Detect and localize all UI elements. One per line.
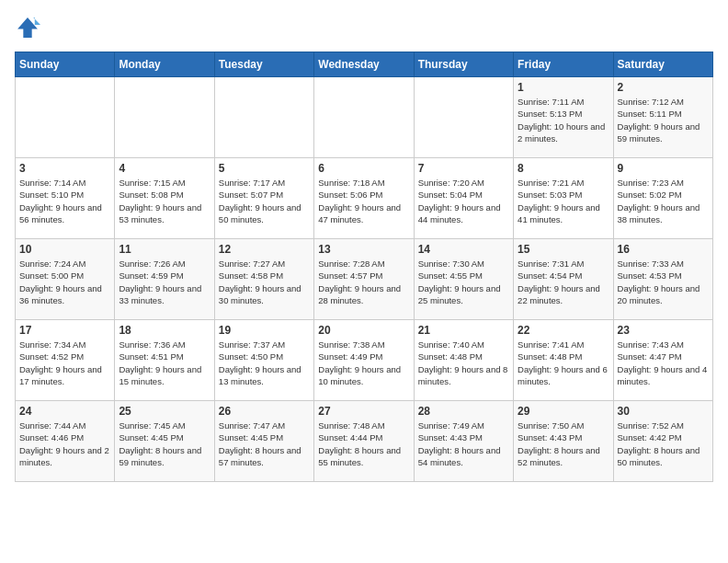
day-info: Sunrise: 7:11 AM Sunset: 5:13 PM Dayligh… bbox=[518, 96, 609, 144]
weekday-header: Monday bbox=[115, 52, 214, 77]
day-info: Sunrise: 7:37 AM Sunset: 4:50 PM Dayligh… bbox=[219, 339, 310, 387]
calendar-cell: 9Sunrise: 7:23 AM Sunset: 5:02 PM Daylig… bbox=[613, 158, 712, 239]
calendar-cell: 17Sunrise: 7:34 AM Sunset: 4:52 PM Dayli… bbox=[16, 320, 115, 401]
day-info: Sunrise: 7:15 AM Sunset: 5:08 PM Dayligh… bbox=[119, 177, 210, 225]
weekday-header: Sunday bbox=[16, 52, 115, 77]
day-number: 2 bbox=[618, 81, 709, 94]
day-info: Sunrise: 7:38 AM Sunset: 4:49 PM Dayligh… bbox=[318, 339, 409, 387]
day-number: 28 bbox=[418, 405, 509, 418]
weekday-header: Friday bbox=[514, 52, 613, 77]
day-number: 14 bbox=[418, 243, 509, 256]
day-info: Sunrise: 7:31 AM Sunset: 4:54 PM Dayligh… bbox=[518, 258, 609, 306]
day-info: Sunrise: 7:43 AM Sunset: 4:47 PM Dayligh… bbox=[618, 339, 709, 387]
calendar-cell: 1Sunrise: 7:11 AM Sunset: 5:13 PM Daylig… bbox=[514, 77, 613, 158]
day-number: 17 bbox=[19, 324, 110, 337]
day-info: Sunrise: 7:17 AM Sunset: 5:07 PM Dayligh… bbox=[219, 177, 310, 225]
calendar-cell: 13Sunrise: 7:28 AM Sunset: 4:57 PM Dayli… bbox=[314, 239, 414, 320]
day-number: 25 bbox=[119, 405, 210, 418]
weekday-header: Saturday bbox=[613, 52, 712, 77]
day-number: 26 bbox=[219, 405, 310, 418]
day-info: Sunrise: 7:34 AM Sunset: 4:52 PM Dayligh… bbox=[19, 339, 110, 387]
day-number: 3 bbox=[19, 162, 110, 175]
calendar-cell: 12Sunrise: 7:27 AM Sunset: 4:58 PM Dayli… bbox=[214, 239, 313, 320]
day-number: 19 bbox=[219, 324, 310, 337]
calendar-cell: 19Sunrise: 7:37 AM Sunset: 4:50 PM Dayli… bbox=[214, 320, 313, 401]
day-info: Sunrise: 7:12 AM Sunset: 5:11 PM Dayligh… bbox=[618, 96, 709, 144]
svg-marker-1 bbox=[33, 17, 40, 25]
day-number: 24 bbox=[19, 405, 110, 418]
calendar-cell: 16Sunrise: 7:33 AM Sunset: 4:53 PM Dayli… bbox=[613, 239, 712, 320]
day-number: 21 bbox=[418, 324, 509, 337]
day-info: Sunrise: 7:28 AM Sunset: 4:57 PM Dayligh… bbox=[318, 258, 409, 306]
calendar-cell: 22Sunrise: 7:41 AM Sunset: 4:48 PM Dayli… bbox=[514, 320, 613, 401]
weekday-header: Thursday bbox=[414, 52, 513, 77]
day-info: Sunrise: 7:44 AM Sunset: 4:46 PM Dayligh… bbox=[19, 419, 110, 468]
logo bbox=[15, 15, 44, 40]
calendar-cell bbox=[115, 77, 214, 158]
day-info: Sunrise: 7:47 AM Sunset: 4:45 PM Dayligh… bbox=[219, 419, 310, 468]
day-number: 9 bbox=[618, 162, 709, 175]
day-number: 7 bbox=[418, 162, 509, 175]
calendar-cell: 21Sunrise: 7:40 AM Sunset: 4:48 PM Dayli… bbox=[414, 320, 513, 401]
calendar-cell: 18Sunrise: 7:36 AM Sunset: 4:51 PM Dayli… bbox=[115, 320, 214, 401]
calendar-cell bbox=[16, 77, 115, 158]
day-info: Sunrise: 7:50 AM Sunset: 4:43 PM Dayligh… bbox=[518, 419, 609, 468]
calendar-cell bbox=[314, 77, 414, 158]
day-info: Sunrise: 7:41 AM Sunset: 4:48 PM Dayligh… bbox=[518, 339, 609, 387]
page-header bbox=[15, 15, 713, 40]
day-number: 11 bbox=[119, 243, 210, 256]
calendar-cell: 30Sunrise: 7:52 AM Sunset: 4:42 PM Dayli… bbox=[613, 401, 712, 482]
day-info: Sunrise: 7:52 AM Sunset: 4:42 PM Dayligh… bbox=[618, 419, 709, 468]
svg-marker-0 bbox=[17, 17, 38, 38]
logo-icon bbox=[15, 15, 40, 40]
calendar-week-row: 1Sunrise: 7:11 AM Sunset: 5:13 PM Daylig… bbox=[16, 77, 713, 158]
calendar-cell: 20Sunrise: 7:38 AM Sunset: 4:49 PM Dayli… bbox=[314, 320, 414, 401]
calendar-cell: 24Sunrise: 7:44 AM Sunset: 4:46 PM Dayli… bbox=[16, 401, 115, 482]
day-number: 12 bbox=[219, 243, 310, 256]
calendar-table: SundayMondayTuesdayWednesdayThursdayFrid… bbox=[15, 52, 713, 482]
day-info: Sunrise: 7:36 AM Sunset: 4:51 PM Dayligh… bbox=[119, 339, 210, 387]
day-number: 18 bbox=[119, 324, 210, 337]
calendar-cell: 4Sunrise: 7:15 AM Sunset: 5:08 PM Daylig… bbox=[115, 158, 214, 239]
day-info: Sunrise: 7:20 AM Sunset: 5:04 PM Dayligh… bbox=[418, 177, 509, 225]
calendar-cell: 15Sunrise: 7:31 AM Sunset: 4:54 PM Dayli… bbox=[514, 239, 613, 320]
day-info: Sunrise: 7:26 AM Sunset: 4:59 PM Dayligh… bbox=[119, 258, 210, 306]
calendar-cell: 29Sunrise: 7:50 AM Sunset: 4:43 PM Dayli… bbox=[514, 401, 613, 482]
calendar-week-row: 24Sunrise: 7:44 AM Sunset: 4:46 PM Dayli… bbox=[16, 401, 713, 482]
day-info: Sunrise: 7:14 AM Sunset: 5:10 PM Dayligh… bbox=[19, 177, 110, 225]
day-number: 27 bbox=[318, 405, 409, 418]
calendar-cell bbox=[414, 77, 513, 158]
day-number: 20 bbox=[318, 324, 409, 337]
calendar-header-row: SundayMondayTuesdayWednesdayThursdayFrid… bbox=[16, 52, 713, 77]
calendar-week-row: 3Sunrise: 7:14 AM Sunset: 5:10 PM Daylig… bbox=[16, 158, 713, 239]
calendar-cell: 6Sunrise: 7:18 AM Sunset: 5:06 PM Daylig… bbox=[314, 158, 414, 239]
day-number: 16 bbox=[618, 243, 709, 256]
calendar-cell: 26Sunrise: 7:47 AM Sunset: 4:45 PM Dayli… bbox=[214, 401, 313, 482]
day-info: Sunrise: 7:33 AM Sunset: 4:53 PM Dayligh… bbox=[618, 258, 709, 306]
calendar-cell bbox=[214, 77, 313, 158]
day-number: 13 bbox=[318, 243, 409, 256]
day-number: 22 bbox=[518, 324, 609, 337]
calendar-cell: 14Sunrise: 7:30 AM Sunset: 4:55 PM Dayli… bbox=[414, 239, 513, 320]
day-number: 5 bbox=[219, 162, 310, 175]
day-number: 23 bbox=[618, 324, 709, 337]
day-number: 10 bbox=[19, 243, 110, 256]
day-info: Sunrise: 7:30 AM Sunset: 4:55 PM Dayligh… bbox=[418, 258, 509, 306]
day-info: Sunrise: 7:23 AM Sunset: 5:02 PM Dayligh… bbox=[618, 177, 709, 225]
calendar-week-row: 17Sunrise: 7:34 AM Sunset: 4:52 PM Dayli… bbox=[16, 320, 713, 401]
day-info: Sunrise: 7:49 AM Sunset: 4:43 PM Dayligh… bbox=[418, 419, 509, 468]
calendar-cell: 3Sunrise: 7:14 AM Sunset: 5:10 PM Daylig… bbox=[16, 158, 115, 239]
day-number: 15 bbox=[518, 243, 609, 256]
calendar-cell: 11Sunrise: 7:26 AM Sunset: 4:59 PM Dayli… bbox=[115, 239, 214, 320]
day-number: 4 bbox=[119, 162, 210, 175]
day-number: 30 bbox=[618, 405, 709, 418]
day-info: Sunrise: 7:48 AM Sunset: 4:44 PM Dayligh… bbox=[318, 419, 409, 468]
calendar-cell: 10Sunrise: 7:24 AM Sunset: 5:00 PM Dayli… bbox=[16, 239, 115, 320]
weekday-header: Tuesday bbox=[214, 52, 313, 77]
day-info: Sunrise: 7:24 AM Sunset: 5:00 PM Dayligh… bbox=[19, 258, 110, 306]
calendar-cell: 25Sunrise: 7:45 AM Sunset: 4:45 PM Dayli… bbox=[115, 401, 214, 482]
day-info: Sunrise: 7:21 AM Sunset: 5:03 PM Dayligh… bbox=[518, 177, 609, 225]
day-info: Sunrise: 7:40 AM Sunset: 4:48 PM Dayligh… bbox=[418, 339, 509, 387]
day-number: 8 bbox=[518, 162, 609, 175]
day-info: Sunrise: 7:18 AM Sunset: 5:06 PM Dayligh… bbox=[318, 177, 409, 225]
